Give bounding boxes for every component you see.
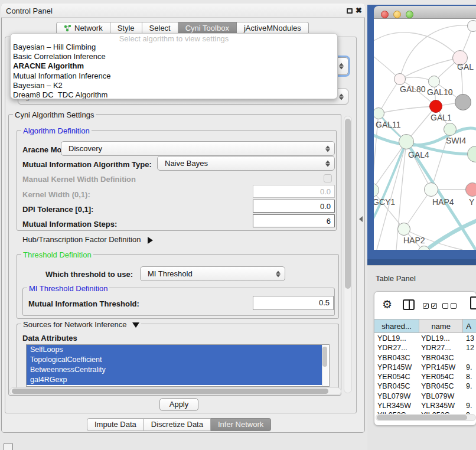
mi-threshold-field[interactable]: 0.5: [253, 296, 334, 310]
tab-impute-data[interactable]: Impute Data: [87, 418, 144, 431]
column-header-partial[interactable]: A: [463, 319, 476, 332]
table-cell: YDL19...: [374, 334, 420, 343]
tab-discretize-data[interactable]: Discretize Data: [144, 418, 211, 431]
data-attributes-list: SelfLoopsTopologicalCoefficientBetweenne…: [26, 344, 330, 387]
tab-network-label: Network: [74, 22, 103, 34]
columns-icon[interactable]: [403, 299, 415, 310]
network-node[interactable]: [428, 76, 440, 87]
table-row[interactable]: YDR27...YDR27...12: [374, 343, 476, 353]
table-row[interactable]: YER054CYER054C8.: [374, 372, 476, 381]
attribute-item[interactable]: BetweennessCentrality: [27, 365, 322, 375]
export-table-icon[interactable]: [470, 296, 476, 309]
attributes-scrollbar-thumb[interactable]: [322, 347, 327, 367]
network-icon: [64, 25, 71, 32]
algorithm-option[interactable]: Basic Correlation Inference: [11, 52, 337, 61]
table-row[interactable]: YBR043CYBR043C: [374, 353, 476, 363]
network-node[interactable]: [397, 223, 410, 236]
gear-icon[interactable]: ⚙: [382, 298, 392, 311]
table-cell: YPR145W: [374, 363, 420, 372]
tab-impute-data-label: Impute Data: [94, 419, 136, 431]
select-all-checkbox-icon[interactable]: ✓: [423, 303, 429, 309]
table-cell: 8.: [464, 372, 476, 381]
table-cell: 9.: [464, 381, 476, 391]
sources-title: Sources for Network Inference: [23, 320, 127, 329]
algorithm-option[interactable]: Bayesian – K2: [11, 81, 337, 90]
dpi-tolerance-label: DPI Tolerance [0,1]:: [22, 205, 93, 214]
zoom-traffic-light-icon[interactable]: [406, 11, 413, 18]
close-traffic-light-icon[interactable]: [381, 11, 389, 18]
aracne-mode-combo[interactable]: Discovery: [61, 141, 335, 156]
settings-vertical-scrollbar-thumb[interactable]: [345, 119, 351, 289]
attributes-scrollbar[interactable]: [322, 345, 328, 387]
network-node[interactable]: [394, 73, 406, 85]
attribute-item[interactable]: gal4RGexp: [27, 375, 322, 385]
table-cell: YLR345W: [420, 401, 464, 410]
dropdown-placeholder: Select algorithm to view settings: [11, 34, 337, 43]
stepper-arrows-icon: [339, 93, 344, 100]
mi-steps-field[interactable]: 6: [253, 214, 335, 227]
network-node[interactable]: [467, 20, 476, 32]
stepper-arrows-icon: [325, 145, 330, 152]
algorithm-option[interactable]: Dream8 DC_TDC Algorithm: [11, 90, 337, 99]
minimized-panel-icon[interactable]: [4, 443, 13, 450]
tab-infer-network-label: Infer Network: [218, 419, 263, 431]
minimize-traffic-light-icon[interactable]: [393, 11, 401, 18]
network-node[interactable]: [399, 134, 414, 149]
network-node[interactable]: [424, 182, 438, 197]
hub-definition-toggle[interactable]: Hub/Transcription Factor Definition: [22, 235, 153, 244]
table-row[interactable]: YPR145WYPR145W9.: [374, 363, 476, 372]
network-canvas[interactable]: GALGAL80GAL10GAL1GAL11SWI4GAL4GCY1HAP4YH…: [374, 19, 476, 250]
aracne-mode-value: Discovery: [69, 144, 102, 153]
table-row[interactable]: YBL079WYBL079W: [374, 392, 476, 401]
collapse-down-icon: [132, 322, 139, 328]
node-label: SWI4: [446, 136, 466, 145]
algorithm-option[interactable]: ARACNE Algorithm: [11, 61, 337, 71]
control-panel-title: Control Panel: [6, 6, 53, 15]
attribute-items: SelfLoopsTopologicalCoefficientBetweenne…: [27, 345, 329, 385]
node-label: GCY1: [374, 197, 395, 207]
attribute-item[interactable]: TopologicalCoefficient: [27, 355, 322, 365]
kernel-width-field[interactable]: 0.0: [253, 185, 335, 198]
table-body: YDL19...YDL19...13YDR27...YDR27...12YBR0…: [374, 334, 476, 418]
deselect-all-checkbox-icon[interactable]: [442, 303, 448, 309]
table-cell: [464, 353, 476, 363]
node-label: GAL: [457, 62, 474, 71]
tab-jactivemnodules-label: jActiveMNodules: [244, 22, 301, 34]
mi-algorithm-type-combo[interactable]: Naive Bayes: [157, 156, 335, 171]
panel-divider-grip[interactable]: [359, 216, 363, 222]
column-header-name[interactable]: name: [419, 319, 463, 332]
tab-discretize-data-label: Discretize Data: [151, 419, 203, 431]
network-node[interactable]: [429, 100, 442, 113]
deselect-all-checkbox-icon-2[interactable]: [451, 303, 457, 309]
float-window-icon[interactable]: [347, 8, 353, 14]
network-node[interactable]: [455, 94, 471, 110]
tab-infer-network[interactable]: Infer Network: [211, 418, 271, 431]
dpi-tolerance-field[interactable]: 0.0: [253, 200, 335, 213]
attribute-item[interactable]: SelfLoops: [27, 345, 322, 355]
close-icon[interactable]: ✖: [356, 6, 362, 15]
algorithm-option[interactable]: Bayesian – Hill Climbing: [11, 43, 337, 52]
bottom-tabs: Impute Data Discretize Data Infer Networ…: [87, 418, 271, 431]
algorithm-dropdown-popup: Select algorithm to view settings Bayesi…: [10, 33, 338, 99]
algorithm-option[interactable]: Mutual Information Inference: [11, 71, 337, 81]
network-node[interactable]: [444, 123, 457, 136]
network-window-titlebar[interactable]: [374, 6, 476, 19]
table-cell: YBR045C: [420, 381, 464, 391]
which-threshold-combo[interactable]: MI Threshold: [140, 266, 285, 281]
table-header-row: shared... name A: [374, 319, 476, 333]
network-node[interactable]: [465, 182, 476, 197]
table-row[interactable]: YLR345WYLR345W9.: [374, 401, 476, 410]
sources-toggle[interactable]: Sources for Network Inference: [21, 320, 141, 329]
table-row[interactable]: YDL19...YDL19...13: [374, 334, 476, 343]
control-panel-titlebar[interactable]: [1, 4, 365, 18]
column-header-shared-name[interactable]: shared...: [374, 319, 419, 332]
application-screen: Control Panel ✖ Network Style Select Cyn…: [0, 0, 476, 450]
settings-horizontal-scrollbar-thumb[interactable]: [12, 389, 328, 394]
apply-button[interactable]: Apply: [159, 398, 198, 411]
select-all-checkbox-icon-2[interactable]: ✓: [431, 303, 437, 309]
table-horizontal-scrollbar-thumb[interactable]: [377, 415, 467, 420]
manual-kernel-width-checkbox[interactable]: [324, 174, 332, 182]
node-label: GAL10: [427, 87, 453, 97]
table-row[interactable]: YBR045CYBR045C9.: [374, 381, 476, 391]
table-cell: YBR043C: [374, 353, 420, 363]
